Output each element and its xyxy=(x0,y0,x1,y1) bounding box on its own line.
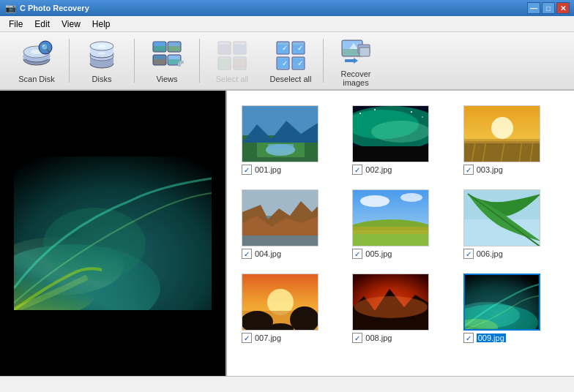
image-thumb-009[interactable] xyxy=(463,274,540,331)
list-item: ✓ 004.jpg xyxy=(242,189,338,259)
window-controls[interactable]: — □ ✕ xyxy=(527,2,570,14)
svg-text:✓: ✓ xyxy=(282,44,288,52)
minimize-button[interactable]: — xyxy=(527,2,540,14)
main-area: ✓ 001.jpg xyxy=(0,91,574,376)
svg-text:✓: ✓ xyxy=(282,59,288,67)
image-002-label-row: ✓ 002.jpg xyxy=(352,165,392,175)
checkbox-005[interactable]: ✓ xyxy=(352,249,362,259)
toolbar-sep-1 xyxy=(69,39,70,83)
app-icon: 📷 xyxy=(4,2,16,14)
checkbox-002[interactable]: ✓ xyxy=(352,165,362,175)
image-009-label-row: ✓ 009.jpg xyxy=(463,333,506,343)
menu-help[interactable]: Help xyxy=(86,18,116,31)
image-001-name: 001.jpg xyxy=(255,165,281,174)
image-003-name: 003.jpg xyxy=(477,165,503,174)
image-005-name: 005.jpg xyxy=(365,249,392,258)
checkbox-006[interactable]: ✓ xyxy=(463,249,474,259)
svg-rect-19 xyxy=(154,46,165,51)
svg-rect-87 xyxy=(242,235,318,246)
image-thumb-006[interactable] xyxy=(463,189,540,246)
recover-images-icon xyxy=(338,34,373,68)
recover-images-label: Recover images xyxy=(329,69,382,87)
image-thumb-003[interactable] xyxy=(463,105,540,162)
svg-rect-69 xyxy=(353,146,429,162)
svg-point-13 xyxy=(98,45,105,48)
menu-file[interactable]: File xyxy=(3,18,29,31)
checkbox-007[interactable]: ✓ xyxy=(242,333,252,343)
image-thumb-007[interactable] xyxy=(242,274,318,331)
image-006-label-row: ✓ 006.jpg xyxy=(463,249,503,259)
maximize-button[interactable]: □ xyxy=(542,2,555,14)
svg-point-105 xyxy=(354,296,428,318)
list-item: ✓ 007.jpg xyxy=(242,274,338,343)
menu-edit[interactable]: Edit xyxy=(29,18,56,31)
select-all-button: Select all xyxy=(203,35,261,86)
deselect-all-label: Deselect all xyxy=(270,75,312,83)
image-thumb-005[interactable] xyxy=(352,189,429,246)
window-title: C Photo Recovery xyxy=(20,4,527,12)
image-grid: ✓ 001.jpg xyxy=(238,102,563,347)
image-grid-panel[interactable]: ✓ 001.jpg xyxy=(227,91,574,376)
views-button[interactable]: Views xyxy=(138,35,196,86)
preview-image xyxy=(14,157,212,310)
scan-disk-button[interactable]: 🔍 Scan Disk xyxy=(7,35,66,86)
svg-point-68 xyxy=(371,121,429,143)
list-item: ✓ 008.jpg xyxy=(352,274,448,343)
svg-rect-33 xyxy=(234,59,245,68)
svg-rect-21 xyxy=(154,59,165,64)
svg-point-72 xyxy=(411,111,412,113)
image-001-label-row: ✓ 001.jpg xyxy=(242,165,281,175)
image-004-label-row: ✓ 004.jpg xyxy=(242,249,281,259)
svg-point-14 xyxy=(98,52,105,55)
svg-rect-25 xyxy=(179,61,184,64)
toolbar-sep-2 xyxy=(134,39,135,83)
deselect-all-button[interactable]: ✓ ✓ ✓ ✓ Deselect all xyxy=(261,35,320,86)
menu-view[interactable]: View xyxy=(56,18,86,31)
list-item: ✓ 005.jpg xyxy=(352,189,448,259)
title-bar: 📷 C Photo Recovery — □ ✕ xyxy=(0,0,574,16)
checkbox-004[interactable]: ✓ xyxy=(242,249,252,259)
list-item: ✓ 003.jpg xyxy=(463,105,559,175)
image-thumb-004[interactable] xyxy=(242,189,318,246)
svg-rect-22 xyxy=(168,46,180,51)
scan-disk-label: Scan Disk xyxy=(18,75,55,83)
preview-panel xyxy=(0,91,227,376)
list-item: ✓ 001.jpg xyxy=(242,105,338,175)
svg-rect-77 xyxy=(464,139,540,143)
image-008-name: 008.jpg xyxy=(365,333,392,342)
select-all-label: Select all xyxy=(216,75,249,83)
svg-point-90 xyxy=(400,193,422,202)
disks-icon xyxy=(84,38,119,73)
toolbar: 🔍 Scan Disk Disks xyxy=(0,32,574,91)
svg-point-70 xyxy=(359,113,361,114)
svg-point-89 xyxy=(360,195,390,207)
svg-rect-32 xyxy=(219,59,230,68)
image-009-name: 009.jpg xyxy=(477,333,506,342)
svg-point-75 xyxy=(491,117,513,139)
image-003-label-row: ✓ 003.jpg xyxy=(463,165,503,175)
image-007-label-row: ✓ 007.jpg xyxy=(242,333,281,343)
checkbox-001[interactable]: ✓ xyxy=(242,165,252,175)
views-icon xyxy=(149,38,184,73)
image-thumb-008[interactable] xyxy=(352,274,429,331)
svg-text:✓: ✓ xyxy=(297,44,303,52)
close-button[interactable]: ✕ xyxy=(556,2,570,14)
toolbar-sep-4 xyxy=(323,39,324,83)
image-004-name: 004.jpg xyxy=(255,249,281,258)
checkbox-009[interactable]: ✓ xyxy=(463,333,474,343)
image-thumb-001[interactable] xyxy=(242,105,318,162)
checkbox-008[interactable]: ✓ xyxy=(352,333,362,343)
recover-images-button[interactable]: Recover images xyxy=(327,35,385,86)
svg-rect-64 xyxy=(268,144,294,148)
toolbar-sep-3 xyxy=(199,39,200,83)
select-all-icon xyxy=(215,38,250,73)
list-item: ✓ 006.jpg xyxy=(463,189,559,259)
checkbox-003[interactable]: ✓ xyxy=(463,165,474,175)
svg-rect-31 xyxy=(234,45,245,53)
list-item: ✓ 009.jpg xyxy=(463,274,559,343)
disks-button[interactable]: Disks xyxy=(72,35,131,86)
image-005-label-row: ✓ 005.jpg xyxy=(352,249,392,259)
image-thumb-002[interactable] xyxy=(352,105,429,162)
svg-rect-30 xyxy=(219,45,230,53)
image-002-name: 002.jpg xyxy=(365,165,392,174)
